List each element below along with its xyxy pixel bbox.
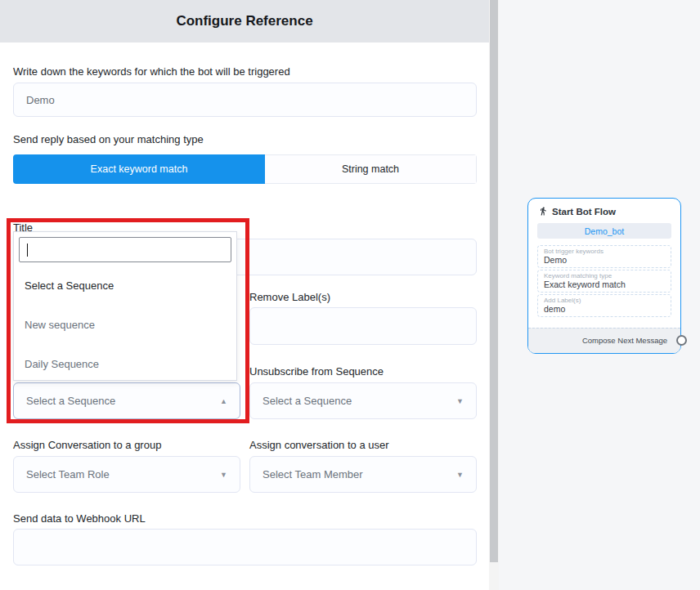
node-field-label: Keyword matching type	[544, 272, 665, 279]
red-highlight-box	[7, 218, 249, 423]
assign-user-label: Assign conversation to a user	[249, 439, 389, 451]
node-field-value: Exact keyword match	[544, 279, 665, 289]
remove-labels-label: Remove Label(s)	[249, 291, 330, 303]
assign-group-label: Assign Conversation to a group	[13, 439, 161, 451]
panel-header: Configure Reference	[0, 0, 489, 42]
matching-type-tabs: Exact keyword match String match	[13, 154, 477, 184]
configure-panel: Configure Reference Write down the keywo…	[0, 0, 489, 590]
webhook-input[interactable]	[13, 529, 477, 565]
chevron-down-icon: ▼	[456, 471, 464, 479]
start-bot-flow-node[interactable]: Start Bot Flow Demo_bot Bot trigger keyw…	[527, 198, 681, 354]
node-field-value: demo	[544, 304, 665, 314]
node-field-trigger-keywords: Bot trigger keywords Demo	[537, 245, 671, 268]
node-field-label: Add Label(s)	[544, 297, 665, 304]
bot-name-pill[interactable]: Demo_bot	[537, 223, 671, 239]
matching-type-label: Send reply based on your matching type	[13, 133, 204, 145]
scrollbar-thumb[interactable]	[490, 0, 498, 562]
team-role-select[interactable]: Select Team Role ▼	[13, 456, 240, 493]
team-member-select-value: Select Team Member	[262, 468, 363, 480]
keywords-input[interactable]	[13, 83, 477, 117]
unsubscribe-select-value: Select a Sequence	[262, 395, 352, 407]
node-field-label: Bot trigger keywords	[544, 248, 665, 255]
node-field-add-labels: Add Label(s) demo	[537, 294, 671, 317]
tab-exact-keyword-match[interactable]: Exact keyword match	[13, 154, 265, 184]
team-member-select[interactable]: Select Team Member ▼	[249, 456, 477, 493]
team-role-select-value: Select Team Role	[26, 468, 110, 480]
tab-string-match[interactable]: String match	[265, 154, 477, 184]
connection-handle[interactable]	[676, 335, 687, 346]
walking-person-icon	[538, 206, 548, 217]
node-field-value: Demo	[544, 255, 665, 265]
chevron-down-icon: ▼	[220, 471, 227, 479]
unsubscribe-label: Unsubscribe from Sequence	[249, 365, 384, 378]
remove-labels-input[interactable]	[249, 307, 477, 345]
compose-next-message-label: Compose Next Message	[528, 328, 680, 353]
chevron-down-icon: ▼	[456, 397, 464, 405]
unsubscribe-select[interactable]: Select a Sequence ▼	[249, 382, 477, 419]
page-title: Configure Reference	[176, 13, 312, 29]
node-field-matching-type: Keyword matching type Exact keyword matc…	[537, 270, 671, 293]
webhook-label: Send data to Webhook URL	[13, 512, 146, 525]
keywords-label: Write down the keywords for which the bo…	[13, 65, 290, 78]
node-title: Start Bot Flow	[552, 207, 616, 217]
node-fields: Bot trigger keywords Demo Keyword matchi…	[537, 245, 671, 317]
node-header: Start Bot Flow	[528, 199, 680, 217]
